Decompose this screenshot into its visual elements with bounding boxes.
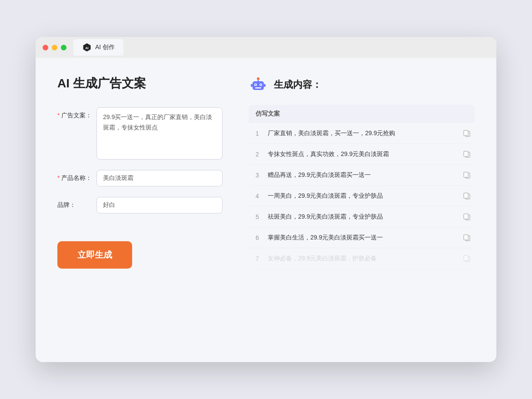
title-bar: AI AI 创作	[36, 37, 496, 58]
svg-rect-11	[264, 84, 266, 87]
product-name-label: *产品名称：	[57, 170, 96, 182]
tab-label: AI 创作	[95, 43, 115, 51]
close-button[interactable]	[43, 45, 48, 50]
row-text: 祛斑美白，29.9元美白淡斑霜，专业护肤品	[268, 212, 457, 221]
row-text: 掌握美白生活，29.9元美白淡斑霜买一送一	[268, 233, 457, 242]
product-name-group: *产品名称：	[57, 170, 223, 186]
robot-icon	[249, 75, 268, 94]
svg-rect-25	[464, 256, 468, 261]
required-star-1: *	[57, 112, 60, 119]
row-number: 5	[252, 213, 263, 220]
svg-point-5	[255, 84, 256, 86]
left-panel: AI 生成广告文案 *广告文案： 29.9买一送一，真正的厂家直销，美白淡斑霜，…	[57, 75, 223, 345]
row-number: 2	[252, 151, 263, 158]
table-row: 4 一周美白，29.9元美白淡斑霜，专业护肤品	[249, 186, 475, 206]
table-row: 3 赠品再送，29.9元美白淡斑霜买一送一	[249, 165, 475, 186]
browser-window: AI AI 创作 AI 生成广告文案 *广告文案： 29.9买一送一，真正的厂家…	[36, 37, 496, 362]
brand-label: 品牌：	[57, 197, 96, 209]
table-row: 5 祛斑美白，29.9元美白淡斑霜，专业护肤品	[249, 206, 475, 227]
svg-rect-17	[464, 172, 468, 177]
product-name-input[interactable]	[96, 170, 223, 186]
svg-point-9	[257, 77, 259, 80]
svg-rect-19	[464, 193, 468, 198]
brand-group: 品牌：	[57, 197, 223, 213]
ai-tab-icon: AI	[82, 43, 92, 52]
results-header: 仿写文案	[249, 105, 475, 123]
table-row: 2 专抹女性斑点，真实功效，29.9元美白淡斑霜	[249, 144, 475, 165]
svg-rect-15	[464, 151, 468, 156]
right-title: 生成内容：	[274, 78, 322, 91]
svg-text:AI: AI	[85, 46, 88, 50]
row-text: 赠品再送，29.9元美白淡斑霜买一送一	[268, 170, 457, 180]
ad-copy-label: *广告文案：	[57, 107, 96, 120]
main-content: AI 生成广告文案 *广告文案： 29.9买一送一，真正的厂家直销，美白淡斑霜，…	[36, 58, 496, 362]
table-row: 1 厂家直销，美白淡斑霜，买一送一，29.9元抢购	[249, 123, 475, 144]
right-header: 生成内容：	[249, 75, 475, 94]
row-number: 3	[252, 172, 263, 179]
svg-rect-13	[464, 130, 468, 136]
svg-point-6	[260, 84, 262, 86]
copy-icon[interactable]	[462, 213, 471, 221]
results-table: 仿写文案 1 厂家直销，美白淡斑霜，买一送一，29.9元抢购 2 专抹女性斑点，…	[249, 105, 475, 269]
copy-icon[interactable]	[462, 129, 471, 138]
row-number: 6	[252, 234, 263, 241]
copy-icon[interactable]	[462, 254, 471, 263]
row-text: 一周美白，29.9元美白淡斑霜，专业护肤品	[268, 191, 457, 200]
ad-copy-group: *广告文案： 29.9买一送一，真正的厂家直销，美白淡斑霜，专抹女性斑点	[57, 107, 223, 160]
row-number: 4	[252, 193, 263, 200]
ad-copy-input[interactable]: 29.9买一送一，真正的厂家直销，美白淡斑霜，专抹女性斑点	[96, 107, 223, 160]
svg-rect-23	[464, 235, 468, 240]
brand-input[interactable]	[96, 197, 223, 213]
table-row: 6 掌握美白生活，29.9元美白淡斑霜买一送一	[249, 227, 475, 248]
svg-rect-21	[464, 214, 468, 219]
row-text: 女神必备，29.9元美白淡斑霜，护肤必备	[268, 254, 457, 263]
maximize-button[interactable]	[61, 45, 66, 50]
copy-icon[interactable]	[462, 192, 471, 200]
svg-rect-7	[255, 87, 261, 89]
table-row: 7 女神必备，29.9元美白淡斑霜，护肤必备	[249, 248, 475, 269]
generate-button[interactable]: 立即生成	[57, 241, 132, 269]
row-text: 厂家直销，美白淡斑霜，买一送一，29.9元抢购	[268, 129, 457, 138]
copy-icon[interactable]	[462, 171, 471, 180]
svg-rect-2	[253, 81, 264, 90]
minimize-button[interactable]	[52, 45, 57, 50]
ai-creation-tab[interactable]: AI AI 创作	[73, 39, 123, 56]
copy-icon[interactable]	[462, 150, 471, 159]
traffic-lights	[43, 45, 66, 50]
page-title: AI 生成广告文案	[57, 75, 223, 92]
row-number: 1	[252, 130, 263, 137]
row-text: 专抹女性斑点，真实功效，29.9元美白淡斑霜	[268, 150, 457, 159]
svg-rect-10	[251, 84, 253, 87]
table-header-label: 仿写文案	[256, 110, 280, 118]
copy-icon[interactable]	[462, 233, 471, 242]
right-panel: 生成内容： 仿写文案 1 厂家直销，美白淡斑霜，买一送一，29.9元抢购	[249, 75, 475, 345]
row-number: 7	[252, 255, 263, 262]
required-star-2: *	[57, 174, 60, 181]
